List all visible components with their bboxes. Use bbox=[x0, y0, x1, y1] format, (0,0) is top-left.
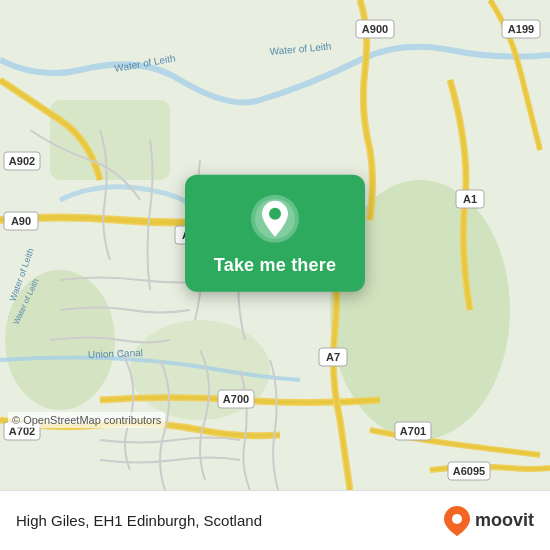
map-container: A902 A90 A90 A900 A1 A199 A700 A7 A702 A… bbox=[0, 0, 550, 490]
svg-text:A701: A701 bbox=[400, 425, 426, 437]
svg-point-34 bbox=[269, 208, 281, 220]
svg-text:A900: A900 bbox=[362, 23, 388, 35]
take-me-there-button[interactable]: Take me there bbox=[214, 255, 336, 276]
moovit-pin-icon bbox=[443, 505, 471, 537]
svg-text:A6095: A6095 bbox=[453, 465, 485, 477]
bottom-bar: High Giles, EH1 Edinburgh, Scotland moov… bbox=[0, 490, 550, 550]
svg-text:A90: A90 bbox=[11, 215, 31, 227]
svg-text:Union Canal: Union Canal bbox=[88, 347, 143, 360]
svg-text:A700: A700 bbox=[223, 393, 249, 405]
svg-point-35 bbox=[452, 514, 462, 524]
moovit-brand-text: moovit bbox=[475, 510, 534, 531]
location-text: High Giles, EH1 Edinburgh, Scotland bbox=[16, 512, 262, 529]
svg-text:A7: A7 bbox=[326, 351, 340, 363]
svg-text:A199: A199 bbox=[508, 23, 534, 35]
osm-credit: © OpenStreetMap contributors bbox=[8, 412, 165, 428]
svg-text:A902: A902 bbox=[9, 155, 35, 167]
location-card: Take me there bbox=[185, 175, 365, 292]
svg-point-2 bbox=[5, 270, 115, 410]
moovit-logo: moovit bbox=[443, 505, 534, 537]
location-pin-icon bbox=[249, 193, 301, 245]
pin-icon-wrapper bbox=[249, 193, 301, 245]
svg-text:A1: A1 bbox=[463, 193, 477, 205]
